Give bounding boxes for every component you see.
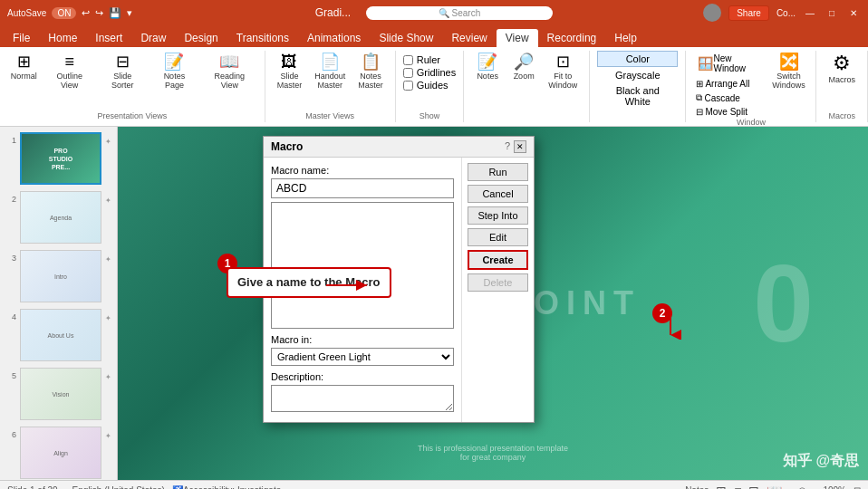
tab-recording[interactable]: Recording: [538, 29, 606, 47]
slide-image-6[interactable]: Align: [20, 427, 101, 479]
tab-insert[interactable]: Insert: [86, 29, 131, 47]
macro-name-input[interactable]: [271, 178, 454, 198]
slide-image-4[interactable]: About Us: [20, 309, 101, 361]
comments-button[interactable]: Co...: [776, 8, 796, 18]
description-input[interactable]: [271, 385, 454, 412]
normal-view-button[interactable]: ⊞ Normal: [7, 51, 41, 83]
status-normal-view-icon[interactable]: ⊞: [716, 484, 727, 490]
maximize-button[interactable]: □: [825, 5, 839, 20]
notes-button[interactable]: 📝 Notes: [471, 51, 504, 83]
notes-page-icon: 📝: [164, 53, 184, 70]
macro-list[interactable]: [271, 202, 454, 329]
slide-thumb-4[interactable]: 4 About Us ✦: [4, 307, 113, 363]
slide-image-2[interactable]: Agenda: [20, 191, 101, 244]
grayscale-button[interactable]: Grayscale: [597, 68, 678, 82]
slide-thumb-2[interactable]: 2 Agenda ✦: [4, 189, 113, 245]
tab-help[interactable]: Help: [605, 29, 646, 47]
main-area: 1 PROSTUDIOPRE... ✦ 2 Agenda ✦ 3 Intro ✦…: [0, 127, 868, 480]
ribbon-group-zoom: 📝 Notes 🔎 Zoom ⊡ Fit toWindow: [464, 51, 590, 122]
macro-in-select[interactable]: Gradient Green Light: [271, 348, 454, 366]
slide-thumb-6[interactable]: 6 Align ✦: [4, 425, 113, 480]
status-reading-icon[interactable]: 📖: [767, 484, 782, 490]
dialog-close-button[interactable]: ✕: [514, 140, 526, 153]
tab-file[interactable]: File: [4, 29, 39, 47]
cascade-button[interactable]: ⧉ Cascade: [693, 91, 765, 104]
cascade-icon: ⧉: [696, 92, 702, 103]
status-sorter-icon[interactable]: ⊟: [748, 484, 759, 490]
dialog-help-icon[interactable]: ?: [505, 140, 510, 153]
guides-checkbox-label[interactable]: Guides: [403, 80, 456, 91]
reading-view-icon: 📖: [219, 53, 239, 70]
handout-master-button[interactable]: 📄 HandoutMaster: [310, 51, 350, 92]
tab-design[interactable]: Design: [175, 29, 227, 47]
tab-home[interactable]: Home: [39, 29, 86, 47]
delete-button[interactable]: Delete: [468, 273, 528, 292]
guides-checkbox[interactable]: [403, 81, 413, 91]
handout-master-icon: 📄: [320, 53, 340, 70]
fit-to-window-button[interactable]: ⊡ Fit toWindow: [544, 51, 582, 92]
step-into-button[interactable]: Step Into: [468, 206, 528, 225]
slide-footer: This is professional presentation templa…: [418, 444, 568, 462]
redo-icon[interactable]: ↪: [95, 7, 103, 19]
accessibility-label[interactable]: Accessibility: Investigate: [183, 485, 281, 489]
zoom-slider[interactable]: —◉—: [789, 485, 815, 489]
gridlines-checkbox-label[interactable]: Gridlines: [403, 67, 456, 78]
more-commands-icon[interactable]: ▾: [127, 7, 132, 19]
ruler-checkbox-label[interactable]: Ruler: [403, 54, 456, 65]
zoom-button[interactable]: 🔎 Zoom: [507, 51, 540, 83]
minimize-button[interactable]: —: [803, 5, 817, 20]
search-bar[interactable]: 🔍 Search: [366, 6, 553, 20]
slide-thumb-5[interactable]: 5 Vision ✦: [4, 366, 113, 422]
create-button[interactable]: Create: [468, 250, 528, 270]
slide-image-1[interactable]: PROSTUDIOPRE...: [20, 132, 101, 185]
slide-panel[interactable]: 1 PROSTUDIOPRE... ✦ 2 Agenda ✦ 3 Intro ✦…: [0, 127, 118, 480]
ruler-checkbox[interactable]: [403, 55, 413, 65]
move-split-icon: ⊟: [696, 107, 703, 117]
switch-windows-button[interactable]: 🔀 SwitchWindows: [769, 51, 809, 92]
tab-transitions[interactable]: Transitions: [227, 29, 298, 47]
reading-view-button[interactable]: 📖 Reading View: [202, 51, 257, 92]
autosave-toggle[interactable]: ON: [52, 7, 76, 19]
notes-status-button[interactable]: Notes: [685, 485, 709, 489]
run-button[interactable]: Run: [468, 163, 528, 181]
gridlines-checkbox[interactable]: [403, 68, 413, 78]
tab-view[interactable]: View: [497, 29, 538, 47]
color-button[interactable]: Color: [597, 51, 678, 67]
notes-master-button[interactable]: 📋 NotesMaster: [353, 51, 388, 92]
ribbon-group-macros: ⚙ Macros Macros: [816, 51, 868, 122]
slide-thumb-3[interactable]: 3 Intro ✦: [4, 248, 113, 304]
dialog-title: Macro: [271, 140, 303, 153]
show-checkboxes: Ruler Gridlines Guides: [403, 51, 456, 94]
tab-review[interactable]: Review: [442, 29, 496, 47]
move-split-button[interactable]: ⊟ Move Split: [693, 106, 765, 118]
slide-num-3: 3: [5, 254, 16, 263]
quick-save-icon[interactable]: 💾: [109, 7, 121, 19]
tab-slideshow[interactable]: Slide Show: [370, 29, 442, 47]
new-window-button[interactable]: 🪟 New Window: [693, 51, 765, 76]
fit-slide-icon[interactable]: ⊡: [854, 485, 861, 489]
undo-icon[interactable]: ↩: [82, 7, 90, 19]
notes-page-button[interactable]: 📝 Notes Page: [150, 51, 198, 92]
edit-button[interactable]: Edit: [468, 228, 528, 246]
user-avatar[interactable]: [703, 4, 721, 22]
slide-image-5[interactable]: Vision: [20, 368, 101, 420]
status-outline-view-icon[interactable]: ≡: [734, 484, 741, 490]
share-button[interactable]: Share: [728, 5, 769, 21]
annotation-box-1: Give a name to the Macro: [227, 267, 391, 298]
switch-windows-icon: 🔀: [779, 53, 799, 70]
outline-view-button[interactable]: ≡ Outline View: [44, 51, 95, 92]
ribbon-group-show: Ruler Gridlines Guides Show: [396, 51, 464, 122]
zoom-icon: 🔎: [514, 53, 534, 70]
black-white-button[interactable]: Black and White: [597, 83, 678, 109]
tab-animations[interactable]: Animations: [298, 29, 370, 47]
accessibility-icon[interactable]: ♿: [172, 485, 183, 489]
cancel-button[interactable]: Cancel: [468, 185, 528, 203]
tab-draw[interactable]: Draw: [131, 29, 175, 47]
slide-image-3[interactable]: Intro: [20, 250, 101, 302]
arrange-all-button[interactable]: ⊞ Arrange All: [693, 78, 765, 90]
macros-button[interactable]: ⚙ Macros: [824, 51, 860, 87]
close-button[interactable]: ✕: [846, 5, 861, 20]
slide-sorter-button[interactable]: ⊟ Slide Sorter: [99, 51, 147, 92]
slide-master-button[interactable]: 🖼 SlideMaster: [273, 51, 307, 92]
slide-thumb-1[interactable]: 1 PROSTUDIOPRE... ✦: [4, 130, 113, 187]
